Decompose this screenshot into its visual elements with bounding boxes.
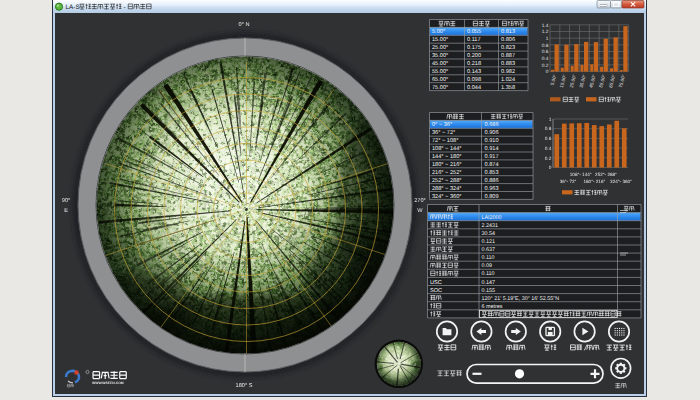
svg-text:180° ~ 216°: 180° ~ 216° (432, 162, 462, 168)
svg-text:0.044: 0.044 (467, 85, 481, 91)
svg-text:0.155: 0.155 (482, 288, 496, 294)
svg-text:72° ~ 108°: 72° ~ 108° (432, 138, 458, 144)
svg-text:1.024: 1.024 (501, 77, 515, 83)
svg-text:1: 1 (549, 117, 552, 123)
svg-text:0.175: 0.175 (467, 45, 481, 51)
svg-text:1: 1 (546, 36, 549, 42)
svg-text:30.54: 30.54 (482, 231, 496, 237)
svg-text:0.110: 0.110 (482, 255, 495, 261)
svg-text:120° 21' 5.19"E, 30° 16' 52.55: 120° 21' 5.19"E, 30° 16' 52.55"N (482, 296, 560, 302)
svg-text:0.2: 0.2 (542, 63, 549, 69)
svg-text:2.2431: 2.2431 (482, 223, 499, 229)
svg-text:0.910: 0.910 (485, 138, 499, 144)
svg-text:0° N: 0° N (239, 22, 250, 28)
svg-text:0.823: 0.823 (501, 45, 515, 51)
svg-text:0.055: 0.055 (467, 29, 481, 35)
svg-text:0.143: 0.143 (467, 69, 481, 75)
svg-text:90°: 90° (62, 198, 70, 204)
svg-text:180° S: 180° S (236, 383, 253, 389)
svg-text:0.809: 0.809 (485, 194, 499, 200)
svg-text:1.358: 1.358 (501, 85, 515, 91)
svg-text:LA-S: LA-S (66, 4, 80, 11)
svg-text:36° ~ 72°: 36° ~ 72° (432, 130, 455, 136)
svg-text:SOC: SOC (430, 288, 442, 294)
svg-text:E: E (64, 208, 68, 214)
svg-text:0.121: 0.121 (482, 239, 496, 245)
svg-text:-: - (124, 4, 126, 11)
svg-text:0.8: 0.8 (545, 126, 552, 132)
svg-text:0.4: 0.4 (542, 56, 549, 62)
svg-text:0.637: 0.637 (482, 247, 496, 253)
svg-text:180°- 216°: 180°- 216° (583, 179, 605, 184)
svg-text:144° ~ 180°: 144° ~ 180° (432, 154, 462, 160)
svg-text:0: 0 (549, 165, 552, 171)
svg-text:0.098: 0.098 (467, 77, 481, 83)
svg-text:0.886: 0.886 (485, 178, 499, 184)
svg-text:0.218: 0.218 (467, 61, 481, 67)
svg-text:0.09: 0.09 (482, 263, 493, 269)
svg-text:0.853: 0.853 (485, 170, 499, 176)
svg-text:0.686: 0.686 (485, 122, 499, 128)
svg-text:LAI2000: LAI2000 (482, 215, 502, 221)
svg-text:0.6: 0.6 (545, 136, 552, 142)
svg-text:0.806: 0.806 (501, 37, 515, 43)
svg-text:25.00°: 25.00° (432, 45, 448, 51)
svg-text:45.00°: 45.00° (432, 61, 448, 67)
svg-text:55.00°: 55.00° (432, 69, 448, 75)
svg-text:0.914: 0.914 (485, 146, 499, 152)
svg-text:0.887: 0.887 (501, 53, 515, 59)
svg-text:0.200: 0.200 (467, 53, 481, 59)
svg-text:0.982: 0.982 (501, 69, 515, 75)
svg-text:0.917: 0.917 (485, 154, 499, 160)
svg-text:108°- 144°: 108°- 144° (570, 172, 592, 177)
svg-text:75.00°: 75.00° (432, 85, 448, 91)
svg-text:WWW.WSEEN.COM: WWW.WSEEN.COM (92, 381, 124, 385)
svg-text:216° ~ 252°: 216° ~ 252° (432, 170, 462, 176)
svg-text:324° ~ 360°: 324° ~ 360° (432, 194, 462, 200)
svg-text:1.4: 1.4 (542, 23, 549, 29)
svg-text:0° ~ 36°: 0° ~ 36° (432, 122, 452, 128)
svg-text:6 metres: 6 metres (482, 304, 503, 310)
svg-text:0.883: 0.883 (501, 61, 515, 67)
svg-text:USC: USC (430, 280, 442, 286)
svg-text:0.874: 0.874 (485, 162, 499, 168)
svg-text:15.00°: 15.00° (432, 37, 448, 43)
svg-text:0.906: 0.906 (485, 130, 499, 136)
svg-text:0.6: 0.6 (542, 49, 549, 55)
svg-text:0.8: 0.8 (542, 43, 549, 49)
svg-text:65.00°: 65.00° (432, 77, 448, 83)
svg-text:252°- 288°: 252°- 288° (595, 172, 617, 177)
svg-text:5.00°: 5.00° (432, 29, 445, 35)
svg-text:0.2: 0.2 (545, 156, 552, 162)
svg-text:270°: 270° (414, 198, 426, 204)
svg-text:324°- 360°: 324°- 360° (610, 179, 632, 184)
svg-text:108° ~ 144°: 108° ~ 144° (432, 146, 462, 152)
svg-text:0.110: 0.110 (482, 271, 495, 277)
svg-text:W: W (417, 208, 423, 214)
svg-text:0.4: 0.4 (545, 146, 552, 152)
svg-text:0: 0 (546, 69, 549, 75)
svg-text:252° ~ 288°: 252° ~ 288° (432, 178, 462, 184)
svg-text:0.963: 0.963 (485, 186, 499, 192)
svg-text:288° ~ 324°: 288° ~ 324° (432, 186, 462, 192)
svg-text:1.2: 1.2 (542, 29, 549, 35)
svg-text:0.147: 0.147 (482, 280, 496, 286)
svg-text:36°- 72°: 36°- 72° (560, 179, 577, 184)
svg-text:35.00°: 35.00° (432, 53, 448, 59)
svg-text:0.117: 0.117 (467, 37, 481, 43)
svg-text:0.813: 0.813 (501, 29, 515, 35)
